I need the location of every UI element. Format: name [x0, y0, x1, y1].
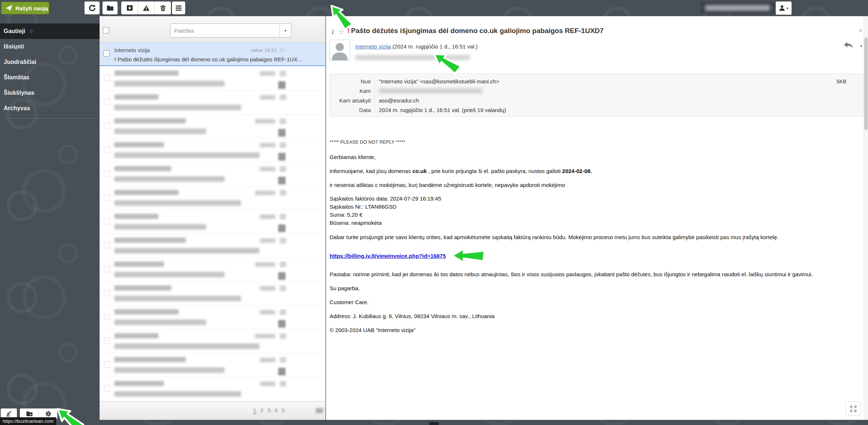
star-icon[interactable]: [280, 333, 286, 339]
redacted-sender: [114, 166, 171, 171]
redacted-message-row[interactable]: [100, 306, 325, 329]
sidebar-item-spam[interactable]: Šlamštas: [0, 70, 100, 85]
redacted-to-value: [379, 89, 483, 93]
message-row-selected[interactable]: Interneto vizija vakar 16:51 ☆ !Pašto dė…: [100, 43, 325, 66]
star-icon[interactable]: [280, 190, 286, 196]
redacted-subject: [114, 296, 241, 301]
row-checkbox[interactable]: [104, 170, 110, 177]
row-checkbox[interactable]: [104, 361, 110, 368]
invoice-status-line: Būsena: neapmokėta: [330, 219, 856, 227]
reply-button[interactable]: [844, 42, 853, 48]
row-checkbox[interactable]: [104, 123, 110, 129]
redacted-message-row[interactable]: [100, 282, 325, 306]
spam-button[interactable]: [138, 1, 154, 14]
search-input[interactable]: [171, 24, 279, 37]
sidebar-item-drafts[interactable]: Juodraščiai: [0, 54, 100, 70]
archive-button[interactable]: [121, 1, 138, 14]
annotation-arrow-link: [451, 247, 486, 264]
row-checkbox[interactable]: [104, 242, 110, 248]
signature: Customer Care.: [330, 298, 856, 306]
star-icon[interactable]: [280, 285, 286, 291]
star-icon[interactable]: [280, 166, 286, 172]
star-icon[interactable]: ☆: [279, 46, 285, 54]
refresh-button[interactable]: [85, 1, 100, 14]
redacted-message-row[interactable]: [100, 115, 325, 138]
star-icon[interactable]: [280, 214, 286, 220]
page-number[interactable]: 5: [281, 407, 284, 414]
sidebar-item-archive[interactable]: Archyvas: [0, 101, 100, 116]
menu-button[interactable]: [172, 1, 185, 14]
next-page-button[interactable]: [316, 408, 323, 413]
star-icon[interactable]: ☆: [338, 28, 344, 36]
redacted-message-row[interactable]: [100, 67, 325, 91]
redacted-message-row[interactable]: [100, 258, 325, 282]
row-checkbox[interactable]: [104, 218, 110, 224]
account-menu-button[interactable]: ▾: [776, 1, 792, 15]
scrollbar-thumb[interactable]: [864, 37, 868, 130]
row-checkbox[interactable]: [104, 99, 110, 105]
row-checkbox[interactable]: [104, 194, 110, 201]
star-icon[interactable]: [280, 262, 286, 267]
splitter-handle[interactable]: [429, 422, 439, 425]
page-number[interactable]: 3: [268, 407, 270, 414]
page-number[interactable]: 2: [260, 407, 263, 414]
row-checkbox[interactable]: [104, 266, 110, 272]
star-icon: ☆: [29, 28, 34, 35]
star-icon[interactable]: [280, 238, 286, 244]
expand-button[interactable]: [846, 401, 861, 416]
page-number[interactable]: 4: [275, 407, 277, 414]
redacted-message-row[interactable]: [100, 329, 325, 353]
star-icon[interactable]: [280, 381, 286, 387]
redacted-date: [255, 262, 275, 267]
select-all-checkbox[interactable]: [103, 27, 109, 33]
star-icon[interactable]: [280, 118, 286, 124]
folder-list: Gautieji☆ Išsiųsti Juodraščiai Šlamštas …: [0, 24, 100, 116]
redacted-message-row[interactable]: [100, 162, 325, 186]
sidebar-item-inbox[interactable]: Gautieji☆: [0, 24, 100, 39]
delete-button[interactable]: [154, 1, 171, 14]
invoice-date-line: Sąskaitos faktūros data: 2024-07-29 16:1…: [330, 195, 856, 203]
row-checkbox[interactable]: [104, 290, 110, 296]
redacted-sender: [114, 94, 158, 100]
row-checkbox[interactable]: [103, 50, 110, 57]
star-icon[interactable]: [280, 309, 286, 315]
attachment-icon: [278, 272, 286, 280]
redacted-message-row[interactable]: [100, 210, 325, 234]
redacted-message-row[interactable]: [100, 353, 325, 377]
invoice-link[interactable]: https://billing.iv.lt/viewinvoice.php?id…: [330, 252, 446, 260]
sidebar-item-trash[interactable]: Šiukšlynas: [0, 85, 100, 101]
redacted-message-row[interactable]: [100, 138, 325, 162]
close-icon[interactable]: ×: [858, 26, 863, 34]
row-checkbox[interactable]: [104, 75, 110, 81]
expand-arrows-icon: [850, 405, 857, 413]
reply-options-caret[interactable]: ▾: [860, 44, 862, 48]
sender-name-link[interactable]: Interneto vizija: [355, 43, 391, 50]
redacted-sender: [114, 214, 158, 219]
star-icon[interactable]: [280, 94, 286, 100]
redacted-message-row[interactable]: [100, 186, 325, 210]
redacted-date: [260, 71, 275, 76]
scrollbar[interactable]: [864, 16, 868, 420]
row-checkbox[interactable]: [104, 385, 110, 392]
pagination[interactable]: 1 2 3 4 5: [253, 407, 285, 414]
star-icon[interactable]: [280, 357, 286, 363]
row-checkbox[interactable]: [104, 338, 110, 344]
row-checkbox[interactable]: [104, 314, 110, 320]
redacted-message-row[interactable]: [100, 91, 325, 115]
star-icon[interactable]: [280, 142, 286, 148]
redacted-subject: [114, 343, 259, 349]
row-checkbox[interactable]: [104, 147, 110, 153]
send-icon: [6, 5, 12, 11]
refresh-icon: [89, 4, 96, 12]
redacted-message-row[interactable]: [100, 234, 325, 258]
compose-button[interactable]: Rašyti naują: [1, 2, 49, 14]
info-icon[interactable]: i: [332, 28, 334, 36]
sidebar-item-sent[interactable]: Išsiųsti: [0, 39, 100, 54]
redacted-message-row[interactable]: [100, 377, 325, 401]
redacted-recipient: [355, 55, 470, 60]
mail-view-pane: i ☆ !Pašto dėžutės išjungimas dėl domeno…: [326, 16, 868, 420]
search-options-button[interactable]: ▾: [279, 24, 291, 37]
star-icon[interactable]: [280, 71, 286, 76]
page-number[interactable]: 1: [253, 407, 256, 414]
folders-button[interactable]: [103, 1, 118, 14]
